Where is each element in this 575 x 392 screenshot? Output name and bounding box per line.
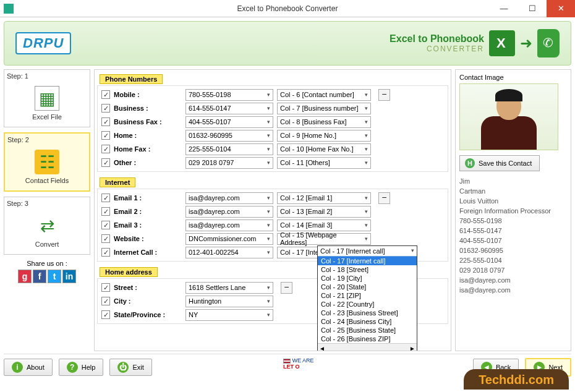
chevron-down-icon: ▾ xyxy=(267,146,270,152)
checkbox[interactable]: ✓ xyxy=(101,248,110,257)
contact-info-item: Foreign Information Processor xyxy=(459,206,567,216)
dropdown-option[interactable]: Col - 21 [ZIP] xyxy=(318,291,417,300)
value-dropdown[interactable]: isa@dayrep.com▾ xyxy=(185,206,273,218)
field-row: ✓Mobile :780-555-0198▾Col - 6 [Contact n… xyxy=(101,88,444,101)
field-label: State/Province : xyxy=(114,311,182,318)
exit-button[interactable]: ⏻Exit xyxy=(109,359,151,376)
step-excel-file-button[interactable]: ▦ Excel File xyxy=(7,82,87,124)
value-dropdown[interactable]: DNCommissioner.com▾ xyxy=(185,233,273,245)
collapse-button[interactable]: – xyxy=(378,89,390,101)
field-label: Business Fax : xyxy=(114,118,182,126)
collapse-button[interactable]: – xyxy=(281,282,292,294)
help-button[interactable]: ?Help xyxy=(59,359,104,376)
step-convert-button[interactable]: ⇄ Convert xyxy=(7,210,87,252)
field-label: Street : xyxy=(114,284,182,291)
convert-icon: ⇄ xyxy=(35,213,59,238)
arrow-icon: ➜ xyxy=(520,35,532,52)
value-dropdown[interactable]: 012-401-002254▾ xyxy=(185,247,273,258)
chevron-down-icon: ▾ xyxy=(411,247,414,255)
step-1-box: Step: 1 ▦ Excel File xyxy=(4,69,90,127)
column-dropdown[interactable]: Col - 12 [Email 1]▾ xyxy=(277,192,371,204)
value-dropdown[interactable]: 780-555-0198▾ xyxy=(185,89,273,101)
column-dropdown[interactable]: Col - 11 [Others]▾ xyxy=(277,157,371,169)
checkbox[interactable]: ✓ xyxy=(101,104,110,113)
chevron-down-icon: ▾ xyxy=(267,105,270,111)
checkbox[interactable]: ✓ xyxy=(101,297,110,305)
home-section-title: Home address xyxy=(100,267,158,277)
checkbox[interactable]: ✓ xyxy=(101,207,110,216)
share-label: Share us on : xyxy=(4,260,90,267)
chevron-down-icon: ▾ xyxy=(365,236,368,242)
value-dropdown[interactable]: Huntington▾ xyxy=(185,296,273,307)
chevron-down-icon: ▾ xyxy=(267,195,270,201)
step-3-box: Step: 3 ⇄ Convert xyxy=(4,197,90,255)
column-dropdown[interactable]: Col - 14 [Email 3]▾ xyxy=(277,219,371,231)
header-banner: DRPU Excel to Phonebook CONVERTER ➜ xyxy=(4,21,571,66)
dropdown-option[interactable]: Col - 26 [Business ZIP] xyxy=(318,334,417,343)
dropdown-option[interactable]: Col - 17 [Internet call] xyxy=(318,257,417,265)
dropdown-option[interactable]: Col - 18 [Street] xyxy=(318,265,417,274)
about-button[interactable]: iAbout xyxy=(4,359,53,376)
chevron-down-icon: ▾ xyxy=(267,249,270,255)
column-dropdown[interactable]: Col - 9 [Home No.]▾ xyxy=(277,130,371,142)
column-dropdown[interactable]: Col - 13 [Email 2]▾ xyxy=(277,206,371,218)
save-contact-button[interactable]: H Save this Contact xyxy=(459,155,540,171)
checkbox[interactable]: ✓ xyxy=(101,221,110,229)
linkedin-icon[interactable]: in xyxy=(62,270,76,283)
column-dropdown[interactable]: Col - 7 [Business number]▾ xyxy=(277,103,371,114)
value-dropdown[interactable]: isa@dayrep.com▾ xyxy=(185,219,273,231)
internet-section-title: Internet xyxy=(100,177,135,187)
field-label: Email 2 : xyxy=(114,208,182,215)
checkbox[interactable]: ✓ xyxy=(101,90,110,99)
excel-file-icon: ▦ xyxy=(35,86,59,111)
value-dropdown[interactable]: 1618 Settlers Lane▾ xyxy=(185,282,273,294)
chevron-down-icon: ▾ xyxy=(365,195,368,201)
value-dropdown[interactable]: 029 2018 0797▾ xyxy=(185,157,273,169)
dropdown-option[interactable]: Col - 19 [City] xyxy=(318,274,417,283)
checkbox[interactable]: ✓ xyxy=(101,117,110,126)
help-icon: ? xyxy=(67,362,78,373)
contact-info-item: isa@dayrep.com xyxy=(459,285,567,295)
contact-image-label: Contact Image xyxy=(459,74,567,81)
dropdown-option[interactable]: Col - 22 [Country] xyxy=(318,300,417,309)
google-plus-icon[interactable]: g xyxy=(18,270,32,283)
dropdown-option[interactable]: Col - 23 [Business Street] xyxy=(318,309,417,317)
contact-info-item: 404-555-0107 xyxy=(459,236,567,245)
field-row: ✓Email 1 :isa@dayrep.com▾Col - 12 [Email… xyxy=(101,191,444,205)
contact-info-list: JimCartmanLouis VuittonForeign Informati… xyxy=(459,176,567,295)
step-contact-fields-button[interactable]: ☷ Contact Fields xyxy=(7,146,87,188)
checkbox[interactable]: ✓ xyxy=(101,234,110,243)
dropdown-option[interactable]: Col - 24 [Business City] xyxy=(318,317,417,326)
value-dropdown[interactable]: 225-555-0104▾ xyxy=(185,143,273,155)
value-dropdown[interactable]: 614-555-0147▾ xyxy=(185,103,273,114)
column-dropdown[interactable]: Col - 15 [Webpage Address]▾ xyxy=(277,233,371,245)
field-row: ✓Email 3 :isa@dayrep.com▾Col - 14 [Email… xyxy=(101,218,444,232)
contact-info-item: Jim xyxy=(459,176,567,186)
checkbox[interactable]: ✓ xyxy=(101,145,110,153)
value-dropdown[interactable]: 404-555-0107▾ xyxy=(185,116,273,128)
checkbox[interactable]: ✓ xyxy=(101,194,110,202)
facebook-icon[interactable]: f xyxy=(33,270,46,283)
field-row: ✓Home Fax :225-555-0104▾Col - 10 [Home F… xyxy=(101,142,444,156)
column-dropdown[interactable]: Col - 10 [Home Fax No.]▾ xyxy=(277,143,371,155)
checkbox[interactable]: ✓ xyxy=(101,310,110,319)
dropdown-hscroll[interactable]: ◄► xyxy=(318,343,417,351)
column-dropdown[interactable]: Col - 8 [Business Fax]▾ xyxy=(277,116,371,128)
chevron-down-icon: ▾ xyxy=(267,132,270,138)
step-2-box: Step: 2 ☷ Contact Fields xyxy=(4,132,90,192)
value-dropdown[interactable]: NY▾ xyxy=(185,309,273,321)
value-dropdown[interactable]: isa@dayrep.com▾ xyxy=(185,192,273,204)
collapse-button[interactable]: – xyxy=(378,192,390,204)
chevron-down-icon: ▾ xyxy=(267,222,270,228)
value-dropdown[interactable]: 01632-960995▾ xyxy=(185,130,273,142)
column-dropdown[interactable]: Col - 6 [Contact number]▾ xyxy=(277,89,371,101)
column-dropdown-open[interactable]: Col - 17 [Internet call] ▾ Col - 17 [Int… xyxy=(317,245,417,351)
checkbox[interactable]: ✓ xyxy=(101,131,110,140)
checkbox[interactable]: ✓ xyxy=(101,283,110,292)
dropdown-option[interactable]: Col - 20 [State] xyxy=(318,283,417,291)
contact-info-item: Louis Vuitton xyxy=(459,196,567,206)
checkbox[interactable]: ✓ xyxy=(101,158,110,167)
twitter-icon[interactable]: t xyxy=(48,270,61,283)
dropdown-option[interactable]: Col - 25 [Business State] xyxy=(318,326,417,334)
fields-panel: Phone Numbers ✓Mobile :780-555-0198▾Col … xyxy=(94,69,451,351)
